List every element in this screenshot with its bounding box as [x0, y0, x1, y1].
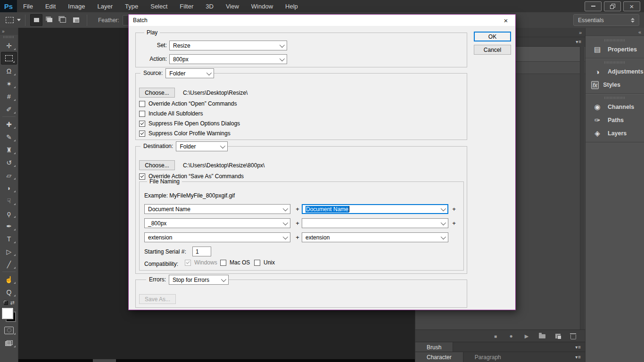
destination-choose-button[interactable]: Choose... — [139, 160, 175, 170]
lasso-tool[interactable]: Ω — [0, 65, 18, 77]
tools-panel-header[interactable]: » — [0, 28, 18, 35]
set-select[interactable]: Resize — [169, 41, 287, 50]
horizontal-scrollbar[interactable] — [18, 359, 415, 362]
naming-select-2-right[interactable] — [302, 218, 448, 228]
swap-colors-icon[interactable]: ⇄ — [10, 300, 14, 306]
paint-bucket-tool[interactable]: ◗ — [0, 181, 18, 194]
menu-edit[interactable]: Edit — [39, 3, 62, 10]
source-choose-button[interactable]: Choose... — [139, 88, 175, 98]
checkbox[interactable] — [254, 260, 260, 266]
close-window-button[interactable]: × — [623, 1, 640, 11]
menu-select[interactable]: Select — [144, 3, 173, 10]
tool-preset-caret-icon[interactable] — [17, 19, 21, 21]
foreground-color-swatch[interactable] — [2, 308, 13, 319]
magic-wand-tool[interactable]: ✶ — [0, 77, 18, 90]
subtract-from-selection-button[interactable] — [57, 14, 69, 26]
menu-help[interactable]: Help — [279, 3, 304, 10]
rectangular-marquee-tool[interactable] — [1, 52, 17, 65]
stop-playing-button[interactable]: ■ — [492, 334, 499, 339]
crop-tool[interactable]: # — [0, 90, 18, 103]
tab-brush[interactable]: Brush — [415, 342, 453, 352]
compat-unix-row[interactable]: Unix — [254, 259, 275, 266]
serial-input[interactable]: 1 — [192, 247, 211, 256]
naming-select-2-left[interactable]: _800px — [144, 218, 290, 228]
dialog-close-button[interactable]: × — [501, 16, 511, 25]
actions-scrollbar[interactable] — [580, 46, 585, 330]
delete-button[interactable] — [570, 333, 577, 339]
eyedropper-tool[interactable]: ✐ — [0, 103, 18, 115]
errors-select[interactable]: Stop for Errors — [169, 275, 229, 285]
spot-healing-brush-tool[interactable]: ✚ — [0, 118, 18, 131]
checkbox[interactable] — [139, 131, 145, 137]
minimize-button[interactable] — [585, 1, 602, 11]
panel-button-channels[interactable]: ◉ Channels — [586, 100, 644, 114]
tab-paragraph[interactable]: Paragraph — [463, 352, 512, 362]
menu-layer[interactable]: Layer — [91, 3, 119, 10]
panel-grip[interactable] — [604, 61, 625, 64]
tab-character[interactable]: Character — [415, 352, 463, 362]
panel-grip[interactable] — [604, 39, 625, 41]
checkbox[interactable] — [139, 173, 145, 180]
naming-select-1-left[interactable]: Document Name — [144, 204, 290, 214]
path-selection-tool[interactable]: ▷ — [0, 245, 18, 258]
panel-button-paths[interactable]: ✑ Paths — [586, 114, 644, 127]
quick-mask-button[interactable] — [0, 324, 18, 337]
ok-button[interactable]: OK — [474, 32, 511, 41]
menu-type[interactable]: Type — [119, 3, 144, 10]
horizontal-scrollbar-thumb[interactable] — [93, 359, 116, 362]
screen-mode-button[interactable] — [0, 337, 18, 349]
tool-preset-icon[interactable] — [6, 17, 14, 23]
history-brush-tool[interactable]: ↺ — [0, 156, 18, 169]
checkbox[interactable] — [220, 260, 226, 266]
default-colors-icon[interactable] — [3, 300, 8, 305]
type-tool[interactable]: T — [0, 232, 18, 245]
menu-window[interactable]: Window — [245, 3, 279, 10]
compat-macos-row[interactable]: Mac OS — [220, 259, 250, 266]
source-select[interactable]: Folder — [165, 68, 214, 78]
new-action-button[interactable] — [554, 334, 561, 338]
suppress-open-dialogs-checkbox-row[interactable]: Suppress File Open Options Dialogs — [139, 120, 240, 127]
panel-grip[interactable] — [3, 36, 15, 38]
add-to-selection-button[interactable] — [43, 14, 56, 26]
checkbox[interactable] — [139, 101, 145, 107]
smudge-tool[interactable]: ☟ — [0, 194, 18, 207]
restore-button[interactable] — [604, 1, 621, 11]
menu-view[interactable]: View — [220, 3, 245, 10]
panel-button-styles[interactable]: fx Styles — [586, 78, 644, 91]
dock-header[interactable]: « — [586, 28, 644, 36]
pen-tool[interactable]: ✒ — [0, 220, 18, 232]
action-select[interactable]: 800px — [169, 54, 287, 64]
cancel-button[interactable]: Cancel — [474, 45, 511, 55]
menu-filter[interactable]: Filter — [173, 3, 199, 10]
panel-button-properties[interactable]: ▤ Properties — [586, 43, 644, 56]
menu-3d[interactable]: 3D — [199, 3, 220, 10]
move-tool[interactable]: ✛ — [0, 39, 18, 52]
zoom-tool[interactable]: Q — [0, 286, 18, 298]
begin-recording-button[interactable]: ● — [508, 333, 514, 339]
panel-button-adjustments[interactable]: ◑ Adjustments — [586, 65, 644, 78]
new-set-button[interactable] — [539, 334, 545, 338]
suppress-color-warnings-checkbox-row[interactable]: Suppress Color Profile Warnings — [139, 130, 231, 137]
new-selection-button[interactable] — [30, 14, 42, 26]
naming-select-1-right[interactable]: Document Name — [302, 204, 448, 214]
eraser-tool[interactable]: ▱ — [0, 169, 18, 181]
menu-file[interactable]: File — [17, 3, 39, 10]
dialog-title-bar[interactable]: Batch × — [129, 15, 515, 26]
intersect-selection-button[interactable] — [70, 14, 82, 26]
panel-grip[interactable] — [604, 97, 625, 99]
destination-select[interactable]: Folder — [176, 141, 228, 151]
line-tool[interactable]: ╱ — [0, 258, 18, 271]
dodge-tool[interactable]: ϙ — [0, 207, 18, 220]
panel-menu-icon[interactable]: ▾≡ — [575, 354, 585, 360]
panel-menu-icon[interactable]: ▾≡ — [575, 345, 585, 350]
menu-image[interactable]: Image — [62, 3, 91, 10]
checkbox[interactable] — [139, 121, 145, 127]
hand-tool[interactable]: ☝ — [0, 273, 18, 286]
workspace-switcher[interactable]: Essentials — [573, 14, 639, 26]
panel-button-layers[interactable]: ◈ Layers — [586, 127, 644, 140]
override-open-checkbox-row[interactable]: Override Action “Open” Commands — [139, 100, 237, 107]
naming-select-3-left[interactable]: extension — [144, 232, 290, 242]
play-selection-button[interactable]: ▶ — [523, 333, 530, 339]
checkbox[interactable] — [139, 111, 145, 117]
brush-tool[interactable]: ✎ — [0, 131, 18, 143]
